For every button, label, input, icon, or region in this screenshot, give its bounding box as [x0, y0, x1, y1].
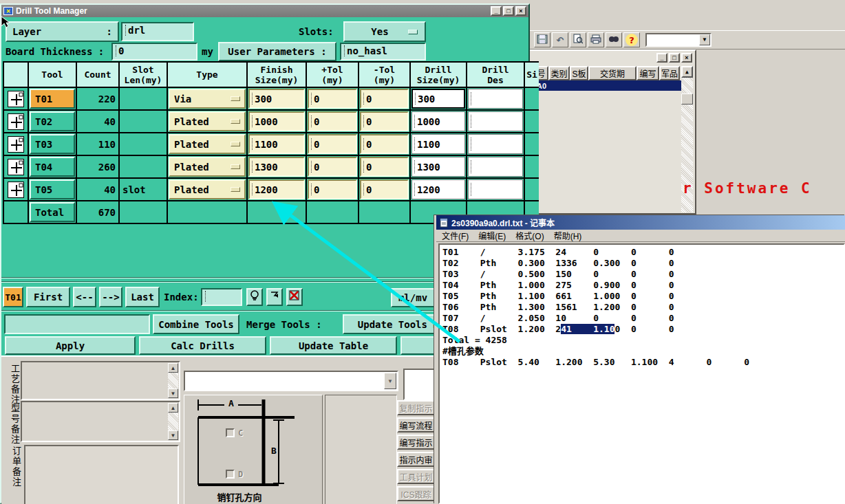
- slots-dropdown[interactable]: Yes: [343, 21, 426, 42]
- chevron-down-icon[interactable]: ▼: [384, 373, 396, 389]
- drill-size-input[interactable]: 1300: [411, 157, 465, 177]
- row-select-cell[interactable]: [4, 88, 28, 109]
- next-button[interactable]: -->: [99, 287, 122, 307]
- scroll-thumb[interactable]: [681, 94, 693, 105]
- minus-tol-input[interactable]: 0: [360, 134, 409, 154]
- close-icon[interactable]: ×: [681, 53, 692, 63]
- finish-size-input[interactable]: 1300: [248, 157, 305, 177]
- crosshair-icon[interactable]: [8, 113, 24, 130]
- minus-tol-input[interactable]: 0: [360, 157, 409, 177]
- column-header-军品[interactable]: 军品: [659, 66, 680, 80]
- type-dropdown[interactable]: Via: [169, 89, 246, 109]
- update-table-button[interactable]: Update Table: [270, 336, 397, 355]
- maximize-icon[interactable]: □: [669, 53, 680, 63]
- notepad-title-bar[interactable]: 2s0390a9a0.drl.txt - 记事本: [436, 215, 845, 230]
- crosshair-icon[interactable]: [8, 136, 24, 153]
- apply-button[interactable]: Apply: [5, 336, 136, 355]
- chevron-down-icon[interactable]: ▼: [699, 34, 710, 45]
- help-button[interactable]: ?: [623, 32, 640, 47]
- tool-button-t05[interactable]: T05: [30, 179, 75, 199]
- drill-des-input[interactable]: [468, 134, 523, 154]
- plus-tol-input[interactable]: 0: [308, 111, 357, 131]
- side-button-2[interactable]: 编写流程: [397, 417, 435, 432]
- tool-button-t01[interactable]: T01: [30, 89, 75, 109]
- type-dropdown[interactable]: Plated: [169, 134, 246, 154]
- lamp-button[interactable]: [246, 288, 263, 306]
- finish-size-input[interactable]: 300: [248, 89, 305, 109]
- user-parameters-input[interactable]: no_hasl: [340, 43, 426, 61]
- calc-drills-button[interactable]: Calc Drills: [139, 336, 266, 355]
- menu-item[interactable]: 编辑(E): [478, 230, 506, 241]
- first-button[interactable]: First: [26, 287, 70, 307]
- column-header-编写[interactable]: 编写: [637, 66, 659, 80]
- drill-des-input[interactable]: [468, 179, 523, 199]
- crosshair-icon[interactable]: [8, 159, 24, 175]
- tool-button-t04[interactable]: T04: [30, 157, 75, 177]
- type-dropdown[interactable]: Plated: [169, 111, 246, 131]
- minimize-icon[interactable]: _: [656, 53, 667, 63]
- menu-item[interactable]: 帮助(H): [554, 230, 582, 241]
- find-button[interactable]: [606, 32, 622, 47]
- scroll-up-icon[interactable]: ▲: [681, 66, 693, 78]
- drill-size-input[interactable]: 1100: [411, 134, 465, 154]
- layer-input[interactable]: drl: [121, 22, 194, 41]
- undo-button[interactable]: ↶: [552, 32, 568, 47]
- curve-arrow-button[interactable]: [266, 288, 283, 306]
- plus-tol-input[interactable]: 0: [308, 179, 357, 199]
- drill-size-input[interactable]: 1000: [411, 111, 465, 131]
- type-dropdown[interactable]: Plated: [169, 179, 246, 199]
- dtm-title-bar[interactable]: ✕ Drill Tool Manager _ □ ×: [1, 5, 528, 17]
- type-dropdown[interactable]: Plated: [169, 157, 246, 177]
- finish-size-input[interactable]: 1200: [248, 179, 305, 199]
- combine-tools-button[interactable]: Combine Tools: [153, 314, 239, 334]
- checkbox-d[interactable]: [226, 470, 235, 479]
- index-input[interactable]: [201, 288, 242, 306]
- minus-tol-input[interactable]: 0: [360, 111, 409, 131]
- tool-button-t03[interactable]: T03: [30, 134, 75, 154]
- close-icon[interactable]: ×: [515, 6, 526, 16]
- order-notes-box[interactable]: [24, 445, 179, 504]
- preview-button[interactable]: [570, 32, 586, 47]
- print-button[interactable]: [588, 32, 604, 47]
- column-header-类别[interactable]: 类别: [548, 66, 570, 80]
- minus-tol-input[interactable]: 0: [360, 179, 409, 199]
- drill-size-input[interactable]: 300: [411, 89, 465, 109]
- units-toggle[interactable]: ml/mv: [391, 288, 435, 307]
- finish-size-input[interactable]: 1000: [248, 111, 305, 131]
- finish-size-input[interactable]: 1100: [248, 134, 305, 154]
- small-white-box[interactable]: [403, 369, 435, 400]
- plus-tol-input[interactable]: 0: [308, 89, 357, 109]
- minus-tol-input[interactable]: 0: [360, 89, 409, 109]
- side-button-3[interactable]: 编写指示: [397, 435, 435, 450]
- menu-item[interactable]: 文件(F): [442, 230, 469, 241]
- scroll-down-icon[interactable]: ▼: [168, 430, 178, 440]
- row-select-cell[interactable]: [4, 179, 28, 200]
- row-select-cell[interactable]: [4, 156, 28, 177]
- drill-des-input[interactable]: [468, 157, 523, 177]
- crosshair-icon[interactable]: [8, 91, 24, 107]
- drill-des-input[interactable]: [468, 111, 523, 131]
- delete-red-x-button[interactable]: [286, 288, 303, 306]
- process-notes-box[interactable]: ▲ ▼: [21, 361, 180, 400]
- scroll-up-icon[interactable]: ▲: [168, 403, 178, 413]
- selected-list-row[interactable]: A9A0: [526, 80, 681, 91]
- column-header-S板[interactable]: S板: [570, 66, 588, 80]
- background-combo-box[interactable]: ▼: [645, 33, 712, 47]
- save-button[interactable]: [534, 32, 550, 47]
- tool-button-t02[interactable]: T02: [30, 111, 75, 131]
- crosshair-icon[interactable]: [8, 182, 24, 198]
- side-button-4[interactable]: 指示内审: [397, 452, 435, 467]
- scroll-down-icon[interactable]: ▼: [168, 388, 178, 398]
- row-select-cell[interactable]: [4, 111, 28, 132]
- minimize-icon[interactable]: _: [491, 6, 502, 16]
- maximize-icon[interactable]: □: [503, 6, 514, 16]
- board-thickness-input[interactable]: 0: [111, 43, 197, 61]
- plus-tol-input[interactable]: 0: [308, 157, 357, 177]
- model-notes-box[interactable]: ▲ ▼: [21, 401, 180, 442]
- menu-item[interactable]: 格式(O): [515, 230, 544, 241]
- pin-combo-box[interactable]: ▼: [184, 371, 398, 391]
- checkbox-c[interactable]: [226, 428, 235, 437]
- column-header-交货期[interactable]: 交货期: [588, 66, 637, 80]
- scroll-up-icon[interactable]: ▲: [168, 363, 178, 373]
- prev-button[interactable]: <--: [73, 287, 96, 307]
